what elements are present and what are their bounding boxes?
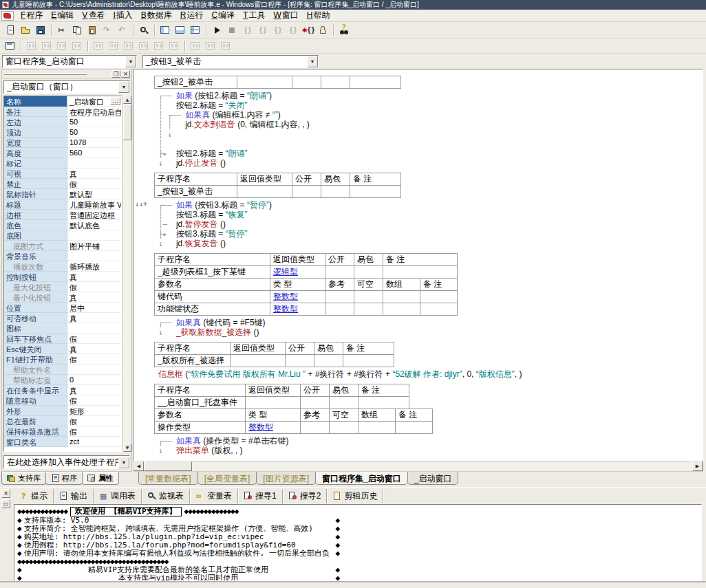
property-row[interactable]: 图标 [4,323,121,334]
table-header-cell[interactable]: 参考 [325,279,354,291]
fold-marker[interactable]: ↓↓+ [135,200,147,208]
menu-item-F[interactable]: F程序 [17,9,47,22]
table-cell[interactable]: _按钮3_被单击 [155,186,237,198]
menu-item-H[interactable]: H帮助 [303,9,334,22]
table-cell[interactable]: 逻辑型 [270,266,325,279]
menu-item-E[interactable]: E编辑 [47,9,78,22]
property-row[interactable]: 播放次数循环播放 [4,261,121,272]
pin-panel-icon[interactable]: ▭ [1,499,10,508]
form-design-button[interactable] [3,39,18,53]
table-header-cell[interactable]: 易包 [330,384,359,397]
property-row[interactable]: 窗口类名zct [4,437,121,447]
table-header-cell[interactable]: 可空 [354,279,383,291]
table-cell[interactable] [354,266,383,279]
property-row[interactable]: 鼠标指针默认型 [4,189,121,199]
bottom-tab-输出[interactable]: 输出 [54,489,94,503]
bottom-tab-变量表[interactable]: 变量表 [190,489,238,503]
browse-button[interactable]: … [110,97,120,105]
editor-horizontal-scrollbar[interactable]: ◀ ▶ [133,461,703,472]
table-cell[interactable] [383,291,420,303]
menu-item-R[interactable]: R运行 [176,9,208,22]
table-cell[interactable] [359,422,396,434]
table-cell[interactable] [330,397,359,409]
property-row[interactable]: 可否移动真 [4,313,121,323]
property-row[interactable]: 控制按钮真 [4,272,121,282]
inspector-tab-支持库[interactable]: 支持库 [1,472,46,485]
program-set-combo[interactable]: 窗口程序集_启动窗口 ▼ [2,55,137,68]
scrollbar-thumb[interactable] [123,105,131,140]
property-row[interactable]: 背景音乐 [4,251,121,261]
table-cell[interactable] [286,355,314,367]
property-row[interactable]: 底图方式图片平铺 [4,241,121,251]
breakpoint-button[interactable] [300,23,315,37]
property-row[interactable]: 帮助文件名 [4,364,121,375]
table-cell[interactable] [350,186,401,198]
menu-item-B[interactable]: B数据库 [137,9,176,22]
table-header-cell[interactable]: 易包 [354,254,383,266]
table-header-cell[interactable]: 备 注 [350,173,401,186]
menu-item-W[interactable]: W窗口 [269,9,302,22]
document-tab[interactable]: _启动窗口 [407,472,459,485]
property-row[interactable]: 位置居中 [4,303,121,313]
table-cell[interactable] [383,266,458,279]
scrollbar-thumb[interactable] [144,461,192,471]
document-tab[interactable]: 窗口程序集_启动窗口 [315,472,408,485]
property-row[interactable]: 禁止假 [4,179,121,189]
table-cell[interactable] [237,76,292,89]
document-tab[interactable]: [常量数据表] [138,472,198,485]
chevron-down-icon[interactable]: ▼ [125,56,136,67]
table-header-cell[interactable]: 公开 [325,254,354,266]
bottom-tab-搜寻2[interactable]: 搜寻2 [283,489,328,503]
bottom-tab-搜寻1[interactable]: 搜寻1 [238,489,283,503]
table-header-cell[interactable]: 子程序名 [155,384,246,397]
property-row[interactable]: F1键打开帮助假 [4,354,121,364]
scroll-down-icon[interactable]: ▼ [123,444,131,452]
output-pane[interactable]: ◆◆◆◆◆◆◆◆◆◆◆◆◆欢迎使用 【精易VIP支持库】◆◆◆◆◆◆◆◆◆◆◆◆… [14,504,702,581]
property-row[interactable]: 顶边50 [4,127,121,138]
table-header-cell[interactable]: 参数名 [155,409,246,422]
property-row[interactable]: 总在最前假 [4,416,121,426]
run-button[interactable] [209,23,224,37]
table-cell[interactable] [301,422,330,434]
table-cell[interactable] [343,355,394,367]
table-cell[interactable] [325,291,354,303]
table-cell[interactable]: 操作类型 [155,422,246,434]
bottom-tab-监视表[interactable]: 监视表 [142,489,190,503]
property-row[interactable]: 外形矩形 [4,406,121,416]
layout-bottom-button[interactable] [173,23,188,37]
property-row[interactable]: 帮助标志值0 [4,375,121,385]
property-row[interactable]: 最大化按钮假 [4,282,121,292]
table-header-cell[interactable]: 数组 [359,409,396,422]
property-row[interactable]: 可视真 [4,168,121,179]
property-row[interactable]: 保持标题条激活假 [4,426,121,437]
table-cell[interactable]: 键代码 [155,291,270,303]
float-panel-icon[interactable]: ❐ [111,70,120,78]
table-header-cell[interactable]: 备 注 [396,409,433,422]
find-button[interactable] [136,23,151,37]
layout-left-button[interactable] [158,23,173,37]
table-cell[interactable] [314,355,343,367]
property-row[interactable]: 最小化按钮真 [4,292,121,303]
object-selector-combo[interactable]: _启动窗口（窗口） ▼ [3,80,130,94]
table-header-cell[interactable]: 备 注 [359,384,409,397]
table-cell[interactable]: _按钮2_被单击 [155,76,237,89]
close-panel-icon[interactable]: × [121,70,130,78]
property-grid[interactable]: 名称_启动窗口…备注在程序启动后自动左边50顶边50宽度1078高度560标记可… [3,96,122,452]
table-cell[interactable] [396,422,433,434]
table-header-cell[interactable]: 参数名 [155,279,270,291]
table-header-cell[interactable]: 公开 [286,342,314,355]
table-header-cell[interactable]: 子程序名 [155,173,237,186]
scroll-left-icon[interactable]: ◀ [133,461,144,471]
table-header-cell[interactable]: 返回值类型 [231,342,286,355]
table-cell[interactable] [420,303,458,316]
table-cell[interactable] [330,422,359,434]
cut-button[interactable] [54,23,69,37]
property-row[interactable]: 回车下移焦点假 [4,334,121,344]
property-row[interactable]: 名称_启动窗口… [4,96,121,107]
chevron-down-icon[interactable]: ▼ [118,81,129,93]
save-button[interactable] [33,23,48,37]
paste-button[interactable] [85,23,100,37]
document-tab[interactable]: [全局变量表] [197,472,257,485]
property-row[interactable]: 在任务条中显示真 [4,385,121,395]
table-cell[interactable]: 整数型 [270,303,325,316]
